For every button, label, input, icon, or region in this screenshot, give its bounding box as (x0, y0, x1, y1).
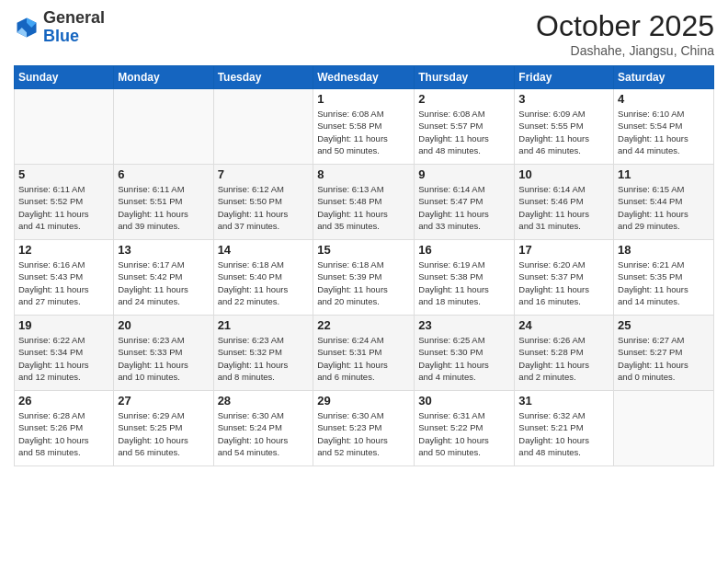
day-info: Sunrise: 6:11 AM Sunset: 5:51 PM Dayligh… (118, 183, 209, 232)
day-info: Sunrise: 6:29 AM Sunset: 5:25 PM Dayligh… (118, 409, 209, 458)
table-row: 8Sunrise: 6:13 AM Sunset: 5:48 PM Daylig… (313, 165, 415, 240)
day-number: 18 (618, 243, 710, 257)
table-row: 13Sunrise: 6:17 AM Sunset: 5:42 PM Dayli… (114, 240, 213, 316)
table-row: 1Sunrise: 6:08 AM Sunset: 5:58 PM Daylig… (313, 89, 415, 165)
day-number: 27 (118, 394, 209, 408)
day-number: 2 (418, 92, 510, 106)
table-row (614, 391, 714, 466)
day-info: Sunrise: 6:21 AM Sunset: 5:35 PM Dayligh… (618, 259, 710, 307)
table-row: 5Sunrise: 6:11 AM Sunset: 5:52 PM Daylig… (15, 165, 114, 240)
table-row: 14Sunrise: 6:18 AM Sunset: 5:40 PM Dayli… (213, 240, 313, 316)
calendar-table: Sunday Monday Tuesday Wednesday Thursday… (14, 65, 714, 466)
day-info: Sunrise: 6:12 AM Sunset: 5:50 PM Dayligh… (218, 183, 310, 232)
table-row: 27Sunrise: 6:29 AM Sunset: 5:25 PM Dayli… (114, 391, 213, 466)
day-info: Sunrise: 6:22 AM Sunset: 5:34 PM Dayligh… (18, 334, 109, 383)
day-info: Sunrise: 6:09 AM Sunset: 5:55 PM Dayligh… (518, 108, 609, 156)
day-info: Sunrise: 6:24 AM Sunset: 5:31 PM Dayligh… (317, 334, 410, 383)
table-row: 7Sunrise: 6:12 AM Sunset: 5:50 PM Daylig… (213, 165, 313, 240)
day-number: 10 (518, 167, 609, 181)
logo-icon (14, 15, 40, 40)
location: Dashahe, Jiangsu, China (536, 43, 714, 58)
day-number: 6 (118, 167, 209, 181)
table-row (114, 89, 213, 165)
calendar-week-row: 12Sunrise: 6:16 AM Sunset: 5:43 PM Dayli… (15, 240, 714, 316)
logo: General Blue (14, 9, 105, 46)
day-number: 22 (317, 318, 410, 332)
table-row: 25Sunrise: 6:27 AM Sunset: 5:27 PM Dayli… (614, 316, 714, 391)
day-number: 20 (118, 318, 209, 332)
table-row: 19Sunrise: 6:22 AM Sunset: 5:34 PM Dayli… (15, 316, 114, 391)
calendar-week-row: 26Sunrise: 6:28 AM Sunset: 5:26 PM Dayli… (15, 391, 714, 466)
month-title: October 2025 (536, 9, 714, 43)
day-number: 26 (18, 394, 109, 408)
table-row: 18Sunrise: 6:21 AM Sunset: 5:35 PM Dayli… (614, 240, 714, 316)
table-row: 22Sunrise: 6:24 AM Sunset: 5:31 PM Dayli… (313, 316, 415, 391)
day-number: 4 (618, 92, 710, 106)
table-row: 9Sunrise: 6:14 AM Sunset: 5:47 PM Daylig… (415, 165, 515, 240)
table-row: 6Sunrise: 6:11 AM Sunset: 5:51 PM Daylig… (114, 165, 213, 240)
table-row: 3Sunrise: 6:09 AM Sunset: 5:55 PM Daylig… (515, 89, 614, 165)
calendar-header-row: Sunday Monday Tuesday Wednesday Thursday… (15, 66, 714, 89)
table-row: 11Sunrise: 6:15 AM Sunset: 5:44 PM Dayli… (614, 165, 714, 240)
day-number: 17 (518, 243, 609, 257)
day-info: Sunrise: 6:17 AM Sunset: 5:42 PM Dayligh… (118, 259, 209, 307)
day-number: 31 (518, 394, 609, 408)
day-number: 29 (317, 394, 410, 408)
day-info: Sunrise: 6:23 AM Sunset: 5:32 PM Dayligh… (218, 334, 310, 383)
table-row: 16Sunrise: 6:19 AM Sunset: 5:38 PM Dayli… (415, 240, 515, 316)
day-number: 28 (218, 394, 310, 408)
day-number: 1 (317, 92, 410, 106)
day-number: 15 (317, 243, 410, 257)
table-row: 2Sunrise: 6:08 AM Sunset: 5:57 PM Daylig… (415, 89, 515, 165)
day-number: 9 (418, 167, 510, 181)
table-row (15, 89, 114, 165)
title-block: October 2025 Dashahe, Jiangsu, China (536, 9, 714, 58)
day-number: 25 (618, 318, 710, 332)
day-number: 7 (218, 167, 310, 181)
day-info: Sunrise: 6:14 AM Sunset: 5:47 PM Dayligh… (418, 183, 510, 232)
day-info: Sunrise: 6:10 AM Sunset: 5:54 PM Dayligh… (618, 108, 710, 156)
table-row (213, 89, 313, 165)
day-info: Sunrise: 6:30 AM Sunset: 5:24 PM Dayligh… (218, 409, 310, 458)
day-info: Sunrise: 6:25 AM Sunset: 5:30 PM Dayligh… (418, 334, 510, 383)
table-row: 28Sunrise: 6:30 AM Sunset: 5:24 PM Dayli… (213, 391, 313, 466)
table-row: 12Sunrise: 6:16 AM Sunset: 5:43 PM Dayli… (15, 240, 114, 316)
day-info: Sunrise: 6:26 AM Sunset: 5:28 PM Dayligh… (518, 334, 609, 383)
day-info: Sunrise: 6:14 AM Sunset: 5:46 PM Dayligh… (518, 183, 609, 232)
day-info: Sunrise: 6:31 AM Sunset: 5:22 PM Dayligh… (418, 409, 510, 458)
table-row: 10Sunrise: 6:14 AM Sunset: 5:46 PM Dayli… (515, 165, 614, 240)
day-info: Sunrise: 6:15 AM Sunset: 5:44 PM Dayligh… (618, 183, 710, 232)
table-row: 15Sunrise: 6:18 AM Sunset: 5:39 PM Dayli… (313, 240, 415, 316)
day-info: Sunrise: 6:16 AM Sunset: 5:43 PM Dayligh… (18, 259, 109, 307)
day-info: Sunrise: 6:18 AM Sunset: 5:39 PM Dayligh… (317, 259, 410, 307)
logo-text: General Blue (43, 9, 105, 46)
day-info: Sunrise: 6:08 AM Sunset: 5:58 PM Dayligh… (317, 108, 410, 156)
table-row: 31Sunrise: 6:32 AM Sunset: 5:21 PM Dayli… (515, 391, 614, 466)
day-number: 14 (218, 243, 310, 257)
col-monday: Monday (114, 66, 213, 89)
day-info: Sunrise: 6:19 AM Sunset: 5:38 PM Dayligh… (418, 259, 510, 307)
day-number: 13 (118, 243, 209, 257)
day-number: 19 (18, 318, 109, 332)
day-number: 16 (418, 243, 510, 257)
day-number: 12 (18, 243, 109, 257)
day-number: 24 (518, 318, 609, 332)
calendar-week-row: 19Sunrise: 6:22 AM Sunset: 5:34 PM Dayli… (15, 316, 714, 391)
col-friday: Friday (515, 66, 614, 89)
day-info: Sunrise: 6:08 AM Sunset: 5:57 PM Dayligh… (418, 108, 510, 156)
day-info: Sunrise: 6:18 AM Sunset: 5:40 PM Dayligh… (218, 259, 310, 307)
table-row: 30Sunrise: 6:31 AM Sunset: 5:22 PM Dayli… (415, 391, 515, 466)
day-number: 3 (518, 92, 609, 106)
col-wednesday: Wednesday (313, 66, 415, 89)
day-info: Sunrise: 6:30 AM Sunset: 5:23 PM Dayligh… (317, 409, 410, 458)
day-number: 8 (317, 167, 410, 181)
day-info: Sunrise: 6:13 AM Sunset: 5:48 PM Dayligh… (317, 183, 410, 232)
page-container: General Blue October 2025 Dashahe, Jiang… (0, 0, 728, 563)
day-info: Sunrise: 6:11 AM Sunset: 5:52 PM Dayligh… (18, 183, 109, 232)
table-row: 26Sunrise: 6:28 AM Sunset: 5:26 PM Dayli… (15, 391, 114, 466)
col-sunday: Sunday (15, 66, 114, 89)
logo-general: General (43, 8, 105, 27)
table-row: 17Sunrise: 6:20 AM Sunset: 5:37 PM Dayli… (515, 240, 614, 316)
day-info: Sunrise: 6:20 AM Sunset: 5:37 PM Dayligh… (518, 259, 609, 307)
table-row: 20Sunrise: 6:23 AM Sunset: 5:33 PM Dayli… (114, 316, 213, 391)
